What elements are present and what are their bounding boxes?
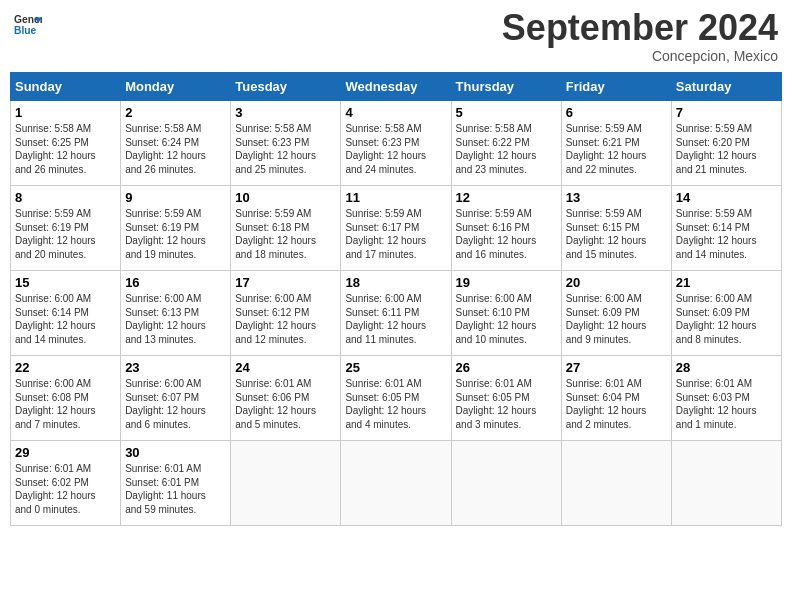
- day-number: 9: [125, 190, 226, 205]
- day-info: Sunrise: 6:01 AM Sunset: 6:04 PM Dayligh…: [566, 377, 667, 431]
- day-header-sunday: Sunday: [11, 73, 121, 101]
- svg-text:Blue: Blue: [14, 25, 37, 36]
- day-info: Sunrise: 6:01 AM Sunset: 6:01 PM Dayligh…: [125, 462, 226, 516]
- day-info: Sunrise: 6:00 AM Sunset: 6:14 PM Dayligh…: [15, 292, 116, 346]
- day-header-monday: Monday: [121, 73, 231, 101]
- calendar-cell: 17Sunrise: 6:00 AM Sunset: 6:12 PM Dayli…: [231, 271, 341, 356]
- calendar-cell: 27Sunrise: 6:01 AM Sunset: 6:04 PM Dayli…: [561, 356, 671, 441]
- day-info: Sunrise: 5:58 AM Sunset: 6:22 PM Dayligh…: [456, 122, 557, 176]
- day-header-wednesday: Wednesday: [341, 73, 451, 101]
- logo-icon: General Blue: [14, 10, 42, 38]
- calendar-cell: 28Sunrise: 6:01 AM Sunset: 6:03 PM Dayli…: [671, 356, 781, 441]
- calendar-cell: 22Sunrise: 6:00 AM Sunset: 6:08 PM Dayli…: [11, 356, 121, 441]
- calendar-cell: 29Sunrise: 6:01 AM Sunset: 6:02 PM Dayli…: [11, 441, 121, 526]
- day-number: 25: [345, 360, 446, 375]
- day-info: Sunrise: 5:58 AM Sunset: 6:25 PM Dayligh…: [15, 122, 116, 176]
- day-number: 21: [676, 275, 777, 290]
- day-number: 11: [345, 190, 446, 205]
- day-info: Sunrise: 6:01 AM Sunset: 6:05 PM Dayligh…: [456, 377, 557, 431]
- day-info: Sunrise: 5:59 AM Sunset: 6:19 PM Dayligh…: [125, 207, 226, 261]
- day-number: 30: [125, 445, 226, 460]
- day-number: 2: [125, 105, 226, 120]
- day-number: 14: [676, 190, 777, 205]
- calendar-cell: [341, 441, 451, 526]
- calendar-cell: 9Sunrise: 5:59 AM Sunset: 6:19 PM Daylig…: [121, 186, 231, 271]
- calendar-cell: 19Sunrise: 6:00 AM Sunset: 6:10 PM Dayli…: [451, 271, 561, 356]
- day-header-thursday: Thursday: [451, 73, 561, 101]
- day-number: 7: [676, 105, 777, 120]
- day-number: 16: [125, 275, 226, 290]
- day-info: Sunrise: 6:01 AM Sunset: 6:03 PM Dayligh…: [676, 377, 777, 431]
- calendar-header-row: SundayMondayTuesdayWednesdayThursdayFrid…: [11, 73, 782, 101]
- calendar-cell: 14Sunrise: 5:59 AM Sunset: 6:14 PM Dayli…: [671, 186, 781, 271]
- calendar-cell: 21Sunrise: 6:00 AM Sunset: 6:09 PM Dayli…: [671, 271, 781, 356]
- day-number: 29: [15, 445, 116, 460]
- calendar-cell: 12Sunrise: 5:59 AM Sunset: 6:16 PM Dayli…: [451, 186, 561, 271]
- day-info: Sunrise: 5:59 AM Sunset: 6:20 PM Dayligh…: [676, 122, 777, 176]
- day-info: Sunrise: 5:58 AM Sunset: 6:23 PM Dayligh…: [345, 122, 446, 176]
- day-info: Sunrise: 5:59 AM Sunset: 6:18 PM Dayligh…: [235, 207, 336, 261]
- day-info: Sunrise: 6:00 AM Sunset: 6:08 PM Dayligh…: [15, 377, 116, 431]
- calendar-cell: [451, 441, 561, 526]
- day-number: 10: [235, 190, 336, 205]
- day-number: 12: [456, 190, 557, 205]
- day-info: Sunrise: 6:01 AM Sunset: 6:05 PM Dayligh…: [345, 377, 446, 431]
- calendar-cell: 10Sunrise: 5:59 AM Sunset: 6:18 PM Dayli…: [231, 186, 341, 271]
- day-number: 18: [345, 275, 446, 290]
- day-number: 20: [566, 275, 667, 290]
- day-header-tuesday: Tuesday: [231, 73, 341, 101]
- title-block: September 2024 Concepcion, Mexico: [502, 10, 778, 64]
- calendar-cell: 24Sunrise: 6:01 AM Sunset: 6:06 PM Dayli…: [231, 356, 341, 441]
- day-number: 28: [676, 360, 777, 375]
- day-info: Sunrise: 5:59 AM Sunset: 6:17 PM Dayligh…: [345, 207, 446, 261]
- calendar-cell: 26Sunrise: 6:01 AM Sunset: 6:05 PM Dayli…: [451, 356, 561, 441]
- calendar-cell: 2Sunrise: 5:58 AM Sunset: 6:24 PM Daylig…: [121, 101, 231, 186]
- day-number: 1: [15, 105, 116, 120]
- calendar-cell: [671, 441, 781, 526]
- calendar-cell: 1Sunrise: 5:58 AM Sunset: 6:25 PM Daylig…: [11, 101, 121, 186]
- day-number: 15: [15, 275, 116, 290]
- day-info: Sunrise: 6:00 AM Sunset: 6:07 PM Dayligh…: [125, 377, 226, 431]
- calendar-week-1: 1Sunrise: 5:58 AM Sunset: 6:25 PM Daylig…: [11, 101, 782, 186]
- day-number: 22: [15, 360, 116, 375]
- day-number: 27: [566, 360, 667, 375]
- calendar-table: SundayMondayTuesdayWednesdayThursdayFrid…: [10, 72, 782, 526]
- calendar-cell: 16Sunrise: 6:00 AM Sunset: 6:13 PM Dayli…: [121, 271, 231, 356]
- day-number: 17: [235, 275, 336, 290]
- day-number: 26: [456, 360, 557, 375]
- calendar-cell: 4Sunrise: 5:58 AM Sunset: 6:23 PM Daylig…: [341, 101, 451, 186]
- calendar-week-4: 22Sunrise: 6:00 AM Sunset: 6:08 PM Dayli…: [11, 356, 782, 441]
- day-number: 19: [456, 275, 557, 290]
- day-number: 8: [15, 190, 116, 205]
- calendar-cell: 18Sunrise: 6:00 AM Sunset: 6:11 PM Dayli…: [341, 271, 451, 356]
- day-info: Sunrise: 5:59 AM Sunset: 6:14 PM Dayligh…: [676, 207, 777, 261]
- calendar-cell: 11Sunrise: 5:59 AM Sunset: 6:17 PM Dayli…: [341, 186, 451, 271]
- calendar-cell: 3Sunrise: 5:58 AM Sunset: 6:23 PM Daylig…: [231, 101, 341, 186]
- day-info: Sunrise: 6:00 AM Sunset: 6:12 PM Dayligh…: [235, 292, 336, 346]
- location: Concepcion, Mexico: [502, 48, 778, 64]
- day-info: Sunrise: 6:00 AM Sunset: 6:13 PM Dayligh…: [125, 292, 226, 346]
- month-title: September 2024: [502, 10, 778, 46]
- day-number: 4: [345, 105, 446, 120]
- calendar-week-2: 8Sunrise: 5:59 AM Sunset: 6:19 PM Daylig…: [11, 186, 782, 271]
- day-info: Sunrise: 6:01 AM Sunset: 6:06 PM Dayligh…: [235, 377, 336, 431]
- day-info: Sunrise: 6:01 AM Sunset: 6:02 PM Dayligh…: [15, 462, 116, 516]
- calendar-week-3: 15Sunrise: 6:00 AM Sunset: 6:14 PM Dayli…: [11, 271, 782, 356]
- calendar-cell: 23Sunrise: 6:00 AM Sunset: 6:07 PM Dayli…: [121, 356, 231, 441]
- day-number: 3: [235, 105, 336, 120]
- day-info: Sunrise: 5:59 AM Sunset: 6:16 PM Dayligh…: [456, 207, 557, 261]
- day-number: 5: [456, 105, 557, 120]
- day-info: Sunrise: 6:00 AM Sunset: 6:11 PM Dayligh…: [345, 292, 446, 346]
- day-info: Sunrise: 5:59 AM Sunset: 6:15 PM Dayligh…: [566, 207, 667, 261]
- day-number: 24: [235, 360, 336, 375]
- calendar-cell: 6Sunrise: 5:59 AM Sunset: 6:21 PM Daylig…: [561, 101, 671, 186]
- calendar-cell: 30Sunrise: 6:01 AM Sunset: 6:01 PM Dayli…: [121, 441, 231, 526]
- calendar-cell: 8Sunrise: 5:59 AM Sunset: 6:19 PM Daylig…: [11, 186, 121, 271]
- calendar-cell: 20Sunrise: 6:00 AM Sunset: 6:09 PM Dayli…: [561, 271, 671, 356]
- calendar-week-5: 29Sunrise: 6:01 AM Sunset: 6:02 PM Dayli…: [11, 441, 782, 526]
- day-header-saturday: Saturday: [671, 73, 781, 101]
- calendar-cell: 15Sunrise: 6:00 AM Sunset: 6:14 PM Dayli…: [11, 271, 121, 356]
- day-info: Sunrise: 5:58 AM Sunset: 6:23 PM Dayligh…: [235, 122, 336, 176]
- day-info: Sunrise: 5:59 AM Sunset: 6:19 PM Dayligh…: [15, 207, 116, 261]
- day-header-friday: Friday: [561, 73, 671, 101]
